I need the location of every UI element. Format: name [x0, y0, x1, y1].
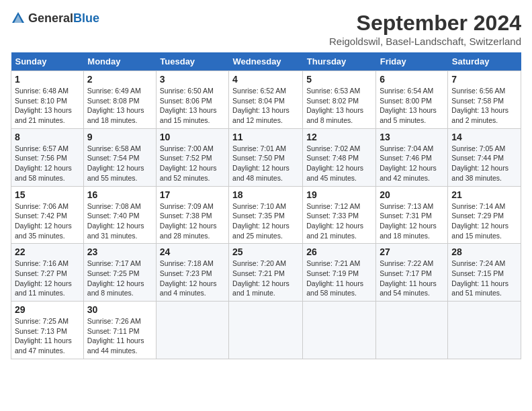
calendar-cell: 11Sunrise: 7:01 AM Sunset: 7:50 PM Dayli…: [229, 128, 303, 186]
calendar-cell: 30Sunrise: 7:26 AM Sunset: 7:11 PM Dayli…: [83, 302, 156, 359]
calendar-cell: 26Sunrise: 7:21 AM Sunset: 7:19 PM Dayli…: [303, 244, 376, 302]
day-number: 5: [306, 74, 372, 85]
weekday-header-friday: Friday: [376, 52, 448, 71]
calendar-cell: 17Sunrise: 7:09 AM Sunset: 7:38 PM Dayli…: [156, 186, 228, 244]
calendar-cell: 13Sunrise: 7:04 AM Sunset: 7:46 PM Dayli…: [376, 128, 448, 186]
day-number: 2: [87, 74, 152, 85]
day-info: Sunrise: 6:53 AM Sunset: 8:02 PM Dayligh…: [306, 86, 372, 126]
day-number: 22: [15, 246, 80, 257]
month-title: September 2024: [329, 11, 521, 36]
day-info: Sunrise: 6:57 AM Sunset: 7:56 PM Dayligh…: [15, 144, 80, 183]
calendar-cell: [229, 302, 303, 359]
calendar-cell: 10Sunrise: 7:00 AM Sunset: 7:52 PM Dayli…: [156, 128, 228, 186]
calendar-cell: [303, 302, 376, 359]
calendar-cell: 27Sunrise: 7:22 AM Sunset: 7:17 PM Dayli…: [376, 244, 448, 302]
day-number: 13: [380, 132, 444, 142]
day-number: 24: [160, 246, 225, 257]
day-info: Sunrise: 7:10 AM Sunset: 7:35 PM Dayligh…: [232, 201, 299, 241]
weekday-header-sunday: Sunday: [11, 52, 84, 71]
day-info: Sunrise: 7:14 AM Sunset: 7:29 PM Dayligh…: [451, 201, 517, 241]
day-info: Sunrise: 7:01 AM Sunset: 7:50 PM Dayligh…: [232, 144, 299, 183]
calendar-cell: 3Sunrise: 6:50 AM Sunset: 8:06 PM Daylig…: [156, 71, 228, 129]
calendar-cell: 25Sunrise: 7:20 AM Sunset: 7:21 PM Dayli…: [229, 244, 303, 302]
day-number: 25: [232, 246, 299, 257]
day-number: 23: [87, 246, 152, 257]
calendar-cell: 7Sunrise: 6:56 AM Sunset: 7:58 PM Daylig…: [448, 71, 521, 129]
day-number: 12: [306, 132, 372, 142]
day-info: Sunrise: 6:56 AM Sunset: 7:58 PM Dayligh…: [451, 86, 517, 126]
calendar-cell: 24Sunrise: 7:18 AM Sunset: 7:23 PM Dayli…: [156, 244, 228, 302]
calendar-cell: 16Sunrise: 7:08 AM Sunset: 7:40 PM Dayli…: [83, 186, 156, 244]
day-info: Sunrise: 7:12 AM Sunset: 7:33 PM Dayligh…: [306, 201, 372, 241]
day-number: 6: [380, 74, 444, 85]
calendar-cell: 28Sunrise: 7:24 AM Sunset: 7:15 PM Dayli…: [448, 244, 521, 302]
calendar-week-1: 1Sunrise: 6:48 AM Sunset: 8:10 PM Daylig…: [11, 71, 521, 129]
day-number: 28: [451, 246, 517, 257]
day-info: Sunrise: 7:06 AM Sunset: 7:42 PM Dayligh…: [15, 201, 80, 241]
calendar-cell: [156, 302, 228, 359]
day-number: 18: [232, 189, 299, 200]
day-info: Sunrise: 6:49 AM Sunset: 8:08 PM Dayligh…: [87, 86, 152, 126]
day-info: Sunrise: 6:48 AM Sunset: 8:10 PM Dayligh…: [15, 86, 80, 126]
day-info: Sunrise: 7:22 AM Sunset: 7:17 PM Dayligh…: [380, 259, 444, 298]
day-number: 16: [87, 189, 152, 200]
day-info: Sunrise: 7:16 AM Sunset: 7:27 PM Dayligh…: [15, 259, 80, 298]
calendar-cell: 23Sunrise: 7:17 AM Sunset: 7:25 PM Dayli…: [83, 244, 156, 302]
calendar-cell: [448, 302, 521, 359]
day-info: Sunrise: 7:02 AM Sunset: 7:48 PM Dayligh…: [306, 144, 372, 183]
calendar-cell: 2Sunrise: 6:49 AM Sunset: 8:08 PM Daylig…: [83, 71, 156, 129]
day-info: Sunrise: 7:17 AM Sunset: 7:25 PM Dayligh…: [87, 259, 152, 298]
day-number: 19: [306, 189, 372, 200]
header: GeneralBlue September 2024 Reigoldswil, …: [11, 11, 521, 47]
calendar-cell: 20Sunrise: 7:13 AM Sunset: 7:31 PM Dayli…: [376, 186, 448, 244]
logo-general: General: [28, 11, 73, 25]
calendar-cell: 6Sunrise: 6:54 AM Sunset: 8:00 PM Daylig…: [376, 71, 448, 129]
calendar-week-5: 29Sunrise: 7:25 AM Sunset: 7:13 PM Dayli…: [11, 302, 521, 359]
day-number: 4: [232, 74, 299, 85]
day-number: 27: [380, 246, 444, 257]
day-number: 11: [232, 132, 299, 142]
day-number: 7: [451, 74, 517, 85]
day-number: 20: [380, 189, 444, 200]
calendar-cell: 22Sunrise: 7:16 AM Sunset: 7:27 PM Dayli…: [11, 244, 84, 302]
calendar-cell: 12Sunrise: 7:02 AM Sunset: 7:48 PM Dayli…: [303, 128, 376, 186]
day-info: Sunrise: 7:18 AM Sunset: 7:23 PM Dayligh…: [160, 259, 225, 298]
logo-icon: [11, 11, 26, 26]
day-info: Sunrise: 7:05 AM Sunset: 7:44 PM Dayligh…: [451, 144, 517, 183]
calendar-cell: 18Sunrise: 7:10 AM Sunset: 7:35 PM Dayli…: [229, 186, 303, 244]
weekday-header-thursday: Thursday: [303, 52, 376, 71]
calendar-cell: 4Sunrise: 6:52 AM Sunset: 8:04 PM Daylig…: [229, 71, 303, 129]
day-number: 1: [15, 74, 80, 85]
calendar-week-3: 15Sunrise: 7:06 AM Sunset: 7:42 PM Dayli…: [11, 186, 521, 244]
day-info: Sunrise: 7:13 AM Sunset: 7:31 PM Dayligh…: [380, 201, 444, 241]
logo-blue: Blue: [73, 11, 99, 25]
day-number: 10: [160, 132, 225, 142]
day-number: 30: [87, 304, 152, 315]
day-info: Sunrise: 7:21 AM Sunset: 7:19 PM Dayligh…: [306, 259, 372, 298]
day-number: 15: [15, 189, 80, 200]
weekday-header-wednesday: Wednesday: [229, 52, 303, 71]
calendar-cell: 14Sunrise: 7:05 AM Sunset: 7:44 PM Dayli…: [448, 128, 521, 186]
day-number: 8: [15, 132, 80, 142]
calendar-week-4: 22Sunrise: 7:16 AM Sunset: 7:27 PM Dayli…: [11, 244, 521, 302]
day-info: Sunrise: 7:24 AM Sunset: 7:15 PM Dayligh…: [451, 259, 517, 298]
day-info: Sunrise: 7:00 AM Sunset: 7:52 PM Dayligh…: [160, 144, 225, 183]
calendar-cell: 29Sunrise: 7:25 AM Sunset: 7:13 PM Dayli…: [11, 302, 84, 359]
calendar-cell: 21Sunrise: 7:14 AM Sunset: 7:29 PM Dayli…: [448, 186, 521, 244]
day-info: Sunrise: 7:09 AM Sunset: 7:38 PM Dayligh…: [160, 201, 225, 241]
weekday-header-monday: Monday: [83, 52, 156, 71]
day-number: 21: [451, 189, 517, 200]
day-info: Sunrise: 7:08 AM Sunset: 7:40 PM Dayligh…: [87, 201, 152, 241]
day-info: Sunrise: 7:04 AM Sunset: 7:46 PM Dayligh…: [380, 144, 444, 183]
day-number: 17: [160, 189, 225, 200]
day-number: 29: [15, 304, 80, 315]
calendar-cell: 5Sunrise: 6:53 AM Sunset: 8:02 PM Daylig…: [303, 71, 376, 129]
calendar-cell: 8Sunrise: 6:57 AM Sunset: 7:56 PM Daylig…: [11, 128, 84, 186]
day-info: Sunrise: 7:20 AM Sunset: 7:21 PM Dayligh…: [232, 259, 299, 298]
day-number: 9: [87, 132, 152, 142]
day-info: Sunrise: 6:58 AM Sunset: 7:54 PM Dayligh…: [87, 144, 152, 183]
day-info: Sunrise: 7:26 AM Sunset: 7:11 PM Dayligh…: [87, 316, 152, 356]
logo: GeneralBlue: [11, 11, 99, 26]
weekday-header-tuesday: Tuesday: [156, 52, 228, 71]
calendar-cell: 15Sunrise: 7:06 AM Sunset: 7:42 PM Dayli…: [11, 186, 84, 244]
